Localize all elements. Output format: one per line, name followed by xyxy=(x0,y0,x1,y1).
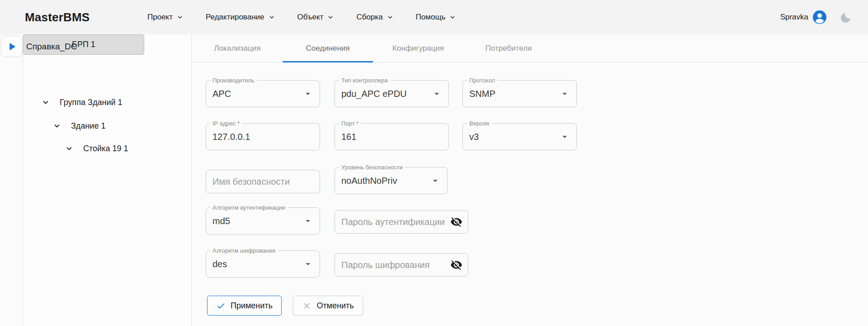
chevron-down-icon[interactable] xyxy=(64,144,74,153)
field-label: Алгоритм аутентификации xyxy=(210,204,288,211)
tree-item-label: Справка_DC xyxy=(26,42,77,52)
user-name-label: Spravka xyxy=(780,13,808,22)
tab-label: Локализация xyxy=(214,44,261,53)
dropdown-arrow-icon xyxy=(302,216,313,226)
field-label: Тип контроллера xyxy=(339,77,390,84)
field-value: APC xyxy=(212,89,231,99)
field-auth-password[interactable] xyxy=(335,210,468,234)
dropdown-arrow-icon xyxy=(559,88,570,99)
field-label: IP адрес * xyxy=(210,120,242,127)
check-icon xyxy=(216,301,226,311)
dropdown-arrow-icon xyxy=(431,88,442,99)
tab-consumers[interactable]: Потребители xyxy=(463,34,554,62)
menu-item-label: Проект xyxy=(147,13,173,22)
chevron-down-icon xyxy=(176,13,184,21)
chevron-down-icon[interactable] xyxy=(41,97,51,107)
chevron-down-icon xyxy=(448,13,457,21)
chevron-down-icon xyxy=(386,13,394,21)
play-icon xyxy=(5,40,18,53)
field-label: Версия xyxy=(467,120,491,127)
port-input[interactable] xyxy=(341,132,442,142)
dropdown-arrow-icon xyxy=(302,88,313,99)
menu-item-editing[interactable]: Редактирование xyxy=(206,13,276,22)
menu-item-label: Помощь xyxy=(416,13,446,22)
field-version[interactable]: Версия v3 xyxy=(462,123,577,150)
field-auth-algorithm[interactable]: Алгоритм аутентификации md5 xyxy=(206,207,320,235)
cancel-button[interactable]: Отменить xyxy=(293,296,363,316)
user-avatar-icon[interactable] xyxy=(813,10,826,24)
tree-item-rack[interactable]: Стойка 19 1 xyxy=(64,143,128,154)
field-label: Уровень безопасности xyxy=(339,163,405,171)
auth-password-input[interactable] xyxy=(341,217,446,227)
menu-item-label: Сборка xyxy=(356,13,382,22)
field-label: Алгоритм шифрования xyxy=(210,247,278,254)
top-bar: MasterBMS Проект Редактирование Объект С… xyxy=(0,0,868,34)
cancel-button-label: Отменить xyxy=(316,301,354,311)
menu-item-help[interactable]: Помощь xyxy=(416,13,457,22)
app-root: MasterBMS Проект Редактирование Объект С… xyxy=(0,0,868,326)
field-manufacturer[interactable]: Производитель APC xyxy=(206,80,320,107)
app-logo: MasterBMS xyxy=(25,10,90,24)
chevron-down-icon[interactable] xyxy=(52,121,62,131)
dropdown-arrow-icon xyxy=(430,175,441,186)
eye-off-icon[interactable] xyxy=(450,259,462,271)
dropdown-arrow-icon xyxy=(559,131,570,142)
top-bar-right: Spravka xyxy=(780,0,852,34)
chevron-down-icon xyxy=(326,13,335,21)
field-port[interactable]: Порт * xyxy=(335,123,449,150)
tab-bar: Локализация Соединения Конфигурация Потр… xyxy=(192,34,868,62)
field-controller-type[interactable]: Тип контроллера pdu_APC ePDU xyxy=(335,80,449,107)
dark-mode-moon-icon[interactable] xyxy=(840,12,852,23)
field-value: md5 xyxy=(212,216,230,226)
menu-item-assembly[interactable]: Сборка xyxy=(356,13,394,22)
field-encryption-password[interactable] xyxy=(335,253,468,277)
field-ip-address[interactable]: IP адрес * xyxy=(206,123,320,150)
tree-item-building[interactable]: Здание 1 xyxy=(52,120,105,132)
tab-label: Соединения xyxy=(306,44,349,53)
encryption-password-input[interactable] xyxy=(341,260,446,270)
menu-item-project[interactable]: Проект xyxy=(147,13,184,22)
tree-item-building-group[interactable]: Группа Зданий 1 xyxy=(41,96,123,108)
security-name-input[interactable] xyxy=(212,177,313,187)
tab-label: Потребители xyxy=(486,44,532,53)
apply-button-label: Применить xyxy=(231,301,273,311)
project-tree-panel: Справка_DC Группа Зданий 1 Здание 1 Стой… xyxy=(23,34,192,326)
menu-bar: Проект Редактирование Объект Сборка Помо… xyxy=(147,0,457,34)
run-button[interactable] xyxy=(1,36,22,57)
apply-button[interactable]: Применить xyxy=(207,296,282,316)
tab-connections[interactable]: Соединения xyxy=(283,34,373,62)
field-label: Протокол xyxy=(467,77,497,84)
menu-item-label: Объект xyxy=(297,13,324,22)
tree-item-label: Группа Зданий 1 xyxy=(60,98,123,107)
field-protocol[interactable]: Протокол SNMP xyxy=(462,80,577,107)
dropdown-arrow-icon xyxy=(302,259,313,269)
tab-configuration[interactable]: Конфигурация xyxy=(373,34,463,62)
tree-item-label: Стойка 19 1 xyxy=(83,144,128,153)
field-label: Производитель xyxy=(210,77,257,84)
tree-item-root[interactable]: Справка_DC xyxy=(26,41,77,53)
field-value: v3 xyxy=(469,132,479,142)
tree-item-label: Здание 1 xyxy=(71,121,105,131)
menu-item-object[interactable]: Объект xyxy=(297,13,335,22)
field-security-level[interactable]: Уровень безопасности noAuthNoPriv xyxy=(335,167,448,194)
ip-address-input[interactable] xyxy=(212,132,313,142)
field-value: des xyxy=(212,259,227,269)
field-security-name[interactable] xyxy=(206,170,320,193)
field-value: SNMP xyxy=(469,89,495,99)
field-encryption-algorithm[interactable]: Алгоритм шифрования des xyxy=(206,250,320,278)
menu-item-label: Редактирование xyxy=(206,13,264,22)
tab-localization[interactable]: Локализация xyxy=(192,34,283,62)
close-icon xyxy=(302,301,311,311)
field-label: Порт * xyxy=(339,120,361,127)
field-value: noAuthNoPriv xyxy=(341,176,397,186)
chevron-down-icon xyxy=(268,13,276,21)
field-value: pdu_APC ePDU xyxy=(341,89,407,99)
tab-label: Конфигурация xyxy=(392,44,444,53)
eye-off-icon[interactable] xyxy=(450,216,462,228)
